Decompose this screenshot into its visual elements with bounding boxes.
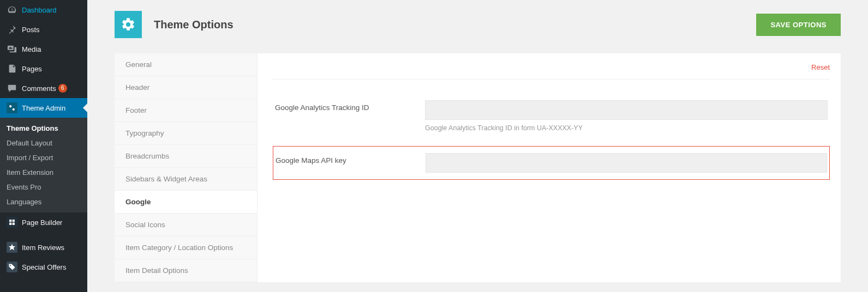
- comments-icon: [7, 83, 17, 94]
- svg-rect-5: [13, 223, 15, 225]
- tab-social-icons[interactable]: Social Icons: [115, 214, 257, 236]
- sidebar-item-label: Posts: [22, 26, 40, 34]
- settings-pane: Reset Google Analytics Tracking ID Googl…: [258, 53, 841, 282]
- sidebar-item-label: Special Offers: [22, 263, 66, 271]
- sidebar-item-theme-admin[interactable]: Theme Admin: [0, 98, 87, 118]
- theme-admin-icon: [7, 102, 17, 113]
- sidebar-item-item-reviews[interactable]: Item Reviews: [0, 238, 87, 257]
- page-title: Theme Options: [154, 19, 756, 31]
- sidebar-sub-events-pro[interactable]: Events Pro: [0, 180, 87, 194]
- sidebar-item-comments[interactable]: Comments 6: [0, 78, 87, 98]
- sidebar-item-label: Media: [22, 45, 41, 53]
- sidebar-item-label: Theme Admin: [22, 104, 65, 112]
- tab-sidebars[interactable]: Sidebars & Widget Areas: [115, 168, 257, 191]
- gears-icon: [115, 11, 142, 38]
- sidebar-item-media[interactable]: Media: [0, 39, 87, 59]
- svg-rect-2: [9, 220, 11, 222]
- tab-header[interactable]: Header: [115, 76, 257, 99]
- sidebar-item-label: Pages: [22, 65, 42, 73]
- reset-row: Reset: [273, 59, 830, 80]
- main-content: Theme Options SAVE OPTIONS General Heade…: [87, 0, 868, 292]
- page-header: Theme Options SAVE OPTIONS: [115, 11, 841, 38]
- page-builder-icon: [7, 217, 17, 228]
- sidebar-sub-languages[interactable]: Languages: [0, 194, 87, 209]
- tab-breadcrumbs[interactable]: Breadcrumbs: [115, 145, 257, 168]
- reset-link[interactable]: Reset: [811, 63, 830, 71]
- field-label: Google Analytics Tracking ID: [275, 100, 425, 112]
- svg-rect-4: [9, 223, 11, 225]
- tab-item-detail[interactable]: Item Detail Options: [115, 259, 257, 282]
- tag-icon: [7, 261, 17, 272]
- sidebar-item-label: Comments: [22, 84, 56, 93]
- tab-google[interactable]: Google: [115, 191, 257, 214]
- sidebar-item-dashboard[interactable]: Dashboard: [0, 0, 87, 20]
- field-analytics-tracking-id: Google Analytics Tracking ID Google Anal…: [273, 96, 830, 136]
- field-body: Google Analytics Tracking ID in form UA-…: [425, 100, 828, 132]
- save-options-button[interactable]: SAVE OPTIONS: [756, 14, 841, 36]
- sidebar-item-label: Page Builder: [22, 218, 62, 227]
- maps-api-key-input[interactable]: [426, 153, 827, 173]
- field-maps-api-key: Google Maps API key: [273, 146, 830, 180]
- field-body: [426, 153, 827, 173]
- options-tabs: General Header Footer Typography Breadcr…: [115, 53, 258, 282]
- sidebar-sub-theme-options[interactable]: Theme Options: [0, 121, 87, 136]
- analytics-tracking-id-input[interactable]: [425, 100, 828, 120]
- sidebar-item-special-offers[interactable]: Special Offers: [0, 257, 87, 277]
- options-panel: General Header Footer Typography Breadcr…: [115, 53, 841, 282]
- sidebar-item-page-builder[interactable]: Page Builder: [0, 212, 87, 232]
- pushpin-icon: [7, 24, 17, 35]
- field-label: Google Maps API key: [276, 153, 426, 165]
- svg-point-0: [9, 105, 11, 107]
- tab-typography[interactable]: Typography: [115, 122, 257, 145]
- tab-item-category[interactable]: Item Category / Location Options: [115, 236, 257, 259]
- tab-footer[interactable]: Footer: [115, 99, 257, 122]
- sidebar-item-posts[interactable]: Posts: [0, 20, 87, 39]
- tab-general[interactable]: General: [115, 53, 257, 76]
- dashboard-icon: [7, 4, 17, 15]
- sidebar-sub-item-extension[interactable]: Item Extension: [0, 165, 87, 180]
- sidebar-item-label: Dashboard: [22, 6, 57, 14]
- comments-badge: 6: [58, 84, 67, 93]
- pages-icon: [7, 63, 17, 74]
- svg-rect-3: [13, 220, 15, 222]
- media-icon: [7, 44, 17, 54]
- sidebar-sub-default-layout[interactable]: Default Layout: [0, 136, 87, 150]
- sidebar-submenu: Theme Options Default Layout Import / Ex…: [0, 118, 87, 212]
- sidebar-item-label: Item Reviews: [22, 244, 64, 252]
- admin-sidebar: Dashboard Posts Media Pages Comments 6 T…: [0, 0, 87, 292]
- field-hint: Google Analytics Tracking ID in form UA-…: [425, 124, 828, 132]
- sidebar-sub-import-export[interactable]: Import / Export: [0, 150, 87, 165]
- sidebar-item-pages[interactable]: Pages: [0, 59, 87, 78]
- svg-point-1: [13, 108, 15, 111]
- star-icon: [7, 242, 17, 253]
